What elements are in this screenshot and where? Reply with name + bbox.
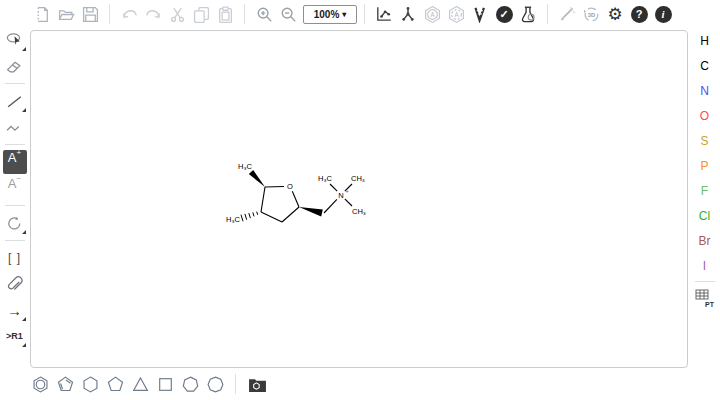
copy-button[interactable]	[189, 2, 213, 26]
new-document-button[interactable]	[30, 2, 54, 26]
top-toolbar: 100% ▾	[0, 0, 720, 28]
dearomatize-icon: A	[447, 5, 466, 24]
zoom-level-dropdown[interactable]: 100% ▾	[303, 5, 357, 24]
gear-icon: ⚙	[607, 6, 622, 23]
undo-icon	[121, 6, 138, 23]
divider	[244, 4, 245, 24]
charge-minus-label: A	[8, 176, 17, 191]
wedge-bond-right	[299, 207, 323, 216]
drawing-canvas[interactable]: H₃C H₃C O N + H₃C CH₃ CH₃	[30, 30, 688, 368]
redo-button[interactable]	[141, 2, 165, 26]
atom-button-p[interactable]: P	[693, 153, 717, 178]
atom-button-cl[interactable]: Cl	[693, 203, 717, 228]
single-bond-tool[interactable]	[3, 89, 27, 113]
zoom-level-value: 100%	[314, 9, 340, 20]
dearomatize-button[interactable]: A	[444, 2, 468, 26]
atom-button-s[interactable]: S	[693, 128, 717, 153]
benzene-icon	[31, 375, 50, 394]
rotate-tool[interactable]	[3, 211, 27, 235]
paste-button[interactable]	[213, 2, 237, 26]
template-cyclopentadiene[interactable]	[53, 372, 78, 396]
zoom-in-button[interactable]	[252, 2, 276, 26]
eraser-icon	[5, 57, 24, 76]
select-lasso-tool[interactable]	[3, 28, 27, 52]
divider	[364, 4, 365, 24]
rgroup-tool[interactable]: >R1	[3, 324, 27, 348]
charge-minus-tool[interactable]: A−	[3, 176, 27, 200]
template-cyclooctane[interactable]	[203, 372, 228, 396]
copy-icon	[193, 6, 210, 23]
attachment-point-tool[interactable]	[3, 272, 27, 296]
calculate-cip-button[interactable]	[468, 2, 492, 26]
template-cyclobutane[interactable]	[153, 372, 178, 396]
periodic-table-button[interactable]: PT	[693, 287, 717, 311]
erase-tool[interactable]	[3, 54, 27, 78]
sgroup-tool[interactable]: [ ]	[3, 246, 27, 270]
positive-charge-label: +	[346, 188, 349, 194]
template-library-button[interactable]	[245, 372, 270, 396]
template-cycloheptane[interactable]	[178, 372, 203, 396]
info-icon: i	[655, 6, 672, 23]
cut-icon	[169, 6, 186, 23]
calculate-cip-icon	[471, 5, 489, 23]
settings-button[interactable]: ⚙	[603, 2, 627, 26]
divider	[5, 83, 25, 84]
paste-icon	[217, 6, 234, 23]
zoom-in-icon	[256, 6, 273, 23]
molecule-structure[interactable]: H₃C H₃C O N + H₃C CH₃ CH₃	[226, 156, 386, 241]
clean-up-button[interactable]	[396, 2, 420, 26]
save-button[interactable]	[78, 2, 102, 26]
divider	[109, 4, 110, 24]
left-toolbar: A+ A− [ ] → >R1	[0, 28, 29, 348]
zoom-out-button[interactable]	[276, 2, 300, 26]
sgroup-brackets-label: [ ]	[8, 251, 21, 265]
cyclohexane-icon	[81, 375, 100, 394]
reaction-arrow-tool[interactable]: →	[3, 298, 27, 322]
recognize-pen-icon	[558, 5, 576, 23]
3d-viewer-icon: 3D	[582, 5, 601, 24]
cyclopentane-icon	[106, 375, 125, 394]
calculated-values-button[interactable]	[516, 2, 540, 26]
help-icon: ?	[631, 6, 648, 23]
atom-button-n[interactable]: N	[693, 78, 717, 103]
calculated-values-flask-icon	[519, 5, 537, 23]
template-cyclopropane[interactable]	[128, 372, 153, 396]
rotate-icon	[5, 214, 24, 233]
oxygen-label: O	[287, 182, 293, 191]
template-cyclopentane[interactable]	[103, 372, 128, 396]
undo-button[interactable]	[117, 2, 141, 26]
methyl-label: H₃C	[318, 174, 332, 183]
about-button[interactable]: i	[651, 2, 675, 26]
template-cyclohexane[interactable]	[78, 372, 103, 396]
aromatize-icon: A	[423, 5, 442, 24]
3d-viewer-button[interactable]: 3D	[579, 2, 603, 26]
template-toolbar	[28, 371, 270, 397]
atom-button-i[interactable]: I	[693, 253, 717, 278]
charge-plus-tool[interactable]: A+	[3, 150, 27, 174]
aromatize-button[interactable]: A	[420, 2, 444, 26]
atom-button-h[interactable]: H	[693, 28, 717, 53]
clean-up-icon	[399, 5, 417, 23]
help-button[interactable]: ?	[627, 2, 651, 26]
atom-button-c[interactable]: C	[693, 53, 717, 78]
periodic-table-label: PT	[705, 301, 715, 308]
template-library-icon	[248, 376, 267, 393]
recognize-button[interactable]	[555, 2, 579, 26]
cyclooctane-icon	[206, 375, 225, 394]
template-benzene[interactable]	[28, 372, 53, 396]
methyl-label: H₃C	[238, 162, 252, 171]
cut-button[interactable]	[165, 2, 189, 26]
divider	[235, 374, 236, 394]
atom-button-o[interactable]: O	[693, 103, 717, 128]
atom-button-f[interactable]: F	[693, 178, 717, 203]
chevron-down-icon: ▾	[342, 10, 346, 19]
open-folder-icon	[58, 6, 75, 23]
layout-button[interactable]	[372, 2, 396, 26]
open-button[interactable]	[54, 2, 78, 26]
methyl-label: H₃C	[226, 215, 240, 224]
atom-button-br[interactable]: Br	[693, 228, 717, 253]
chain-tool[interactable]	[3, 115, 27, 139]
bond-lines	[261, 184, 352, 222]
chain-icon	[5, 118, 24, 137]
check-structure-button[interactable]: ✓	[492, 2, 516, 26]
